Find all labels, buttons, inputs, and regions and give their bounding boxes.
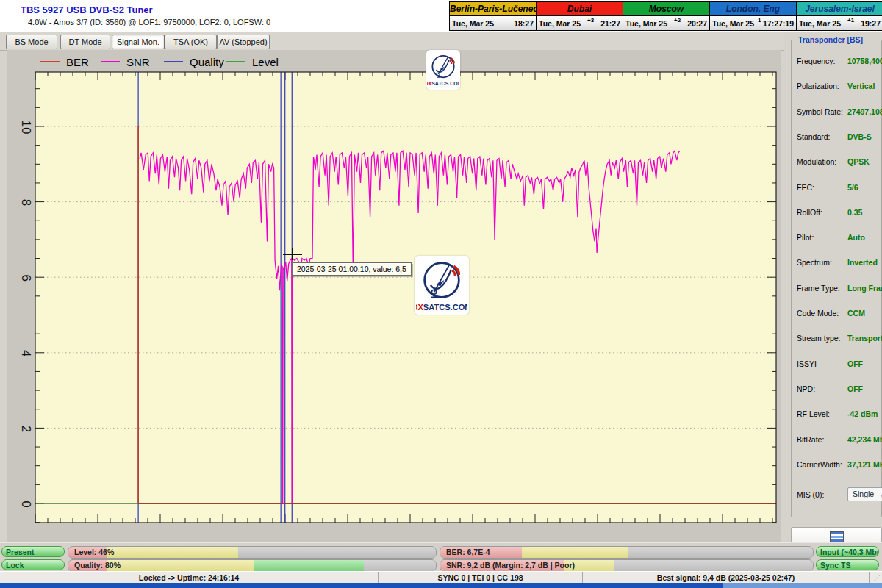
- svg-text:10: 10: [19, 121, 33, 135]
- tuner-subtitle: 4.0W - Amos 3/7 (ID: 3560) @ LOF1: 97500…: [28, 18, 270, 26]
- taskbar-strip: [0, 583, 882, 588]
- field-value: Auto: [847, 233, 865, 242]
- clock-3: London, EngTue, Mar 25-117:27:19: [709, 1, 797, 31]
- field-label: Standard:: [797, 132, 831, 141]
- bar-label: Level: 46%: [74, 547, 114, 558]
- clock-city-label: Dubai: [537, 2, 623, 16]
- tab-signal-mon-[interactable]: Signal Mon.: [112, 35, 165, 49]
- field-label: Pilot:: [797, 233, 814, 242]
- legend-item-snr: SNR: [101, 56, 150, 68]
- progress-bar-snr: SNR: 9,2 dB (Margin: 2,7 dB | Poor): [440, 559, 814, 572]
- field-value: 0.35: [847, 208, 862, 217]
- dxsatcs-watermark-small: DXSATCS.COM: [426, 50, 460, 90]
- clock-time: 20:27: [687, 19, 707, 28]
- clock-1: DubaiTue, Mar 25+321:27: [536, 1, 623, 31]
- status-box-input: Input (~40,3 Mbps): [816, 546, 879, 557]
- field-label: RF Level:: [797, 409, 830, 418]
- transponder-row-npd: NPD:OFF: [792, 384, 881, 395]
- clock-utc-offset: -1: [754, 17, 763, 24]
- bar-label: Quality: 80%: [74, 560, 121, 571]
- field-label: Frame Type:: [797, 284, 840, 293]
- field-label: Stream type:: [797, 334, 841, 343]
- progress-bar-level: Level: 46%: [68, 546, 437, 559]
- svg-text:DXSATCS.COM: DXSATCS.COM: [427, 81, 459, 86]
- field-label: Polarization:: [797, 82, 839, 90]
- tab-strip: BS ModeDT ModeSignal Mon.TSA (OK)AV (Sto…: [0, 32, 784, 51]
- svg-text:0: 0: [19, 501, 33, 507]
- bar-label: SNR: 9,2 dB (Margin: 2,7 dB | Poor): [446, 560, 575, 571]
- transponder-row-codemode: Code Mode:CCM: [792, 309, 881, 319]
- legend-label: Quality: [190, 56, 224, 68]
- clock-4: Jerusalem-IsraelTue, Mar 25+119:27: [796, 1, 882, 31]
- legend-swatch-snr: [101, 61, 120, 62]
- crosshair-cursor: [292, 248, 293, 260]
- field-value: CCM: [847, 309, 865, 318]
- transponder-row-frametype: Frame Type:Long Frame: [792, 284, 881, 294]
- status-box-sync-ts: Sync TS: [816, 559, 879, 570]
- status-box-present: Present: [1, 546, 65, 557]
- transponder-row-streamtype: Stream type:Transport: [792, 334, 881, 344]
- bar-segment-gray: [238, 547, 436, 558]
- legend-item-level: Level: [226, 56, 279, 68]
- transponder-row-symbolrate: Symbol Rate:27497,108 KS/s: [792, 107, 881, 118]
- mis-label: MIS (0):: [797, 490, 824, 499]
- bar-segment-green: [254, 560, 364, 571]
- tab-tsa-ok-[interactable]: TSA (OK): [165, 35, 217, 49]
- field-label: Modulation:: [797, 157, 836, 166]
- clock-time-row: Tue, Mar 25+119:27: [797, 16, 882, 30]
- legend-item-ber: BER: [40, 56, 89, 68]
- clock-city-label: Moscow: [623, 2, 709, 16]
- statusbar-section-1: SYNC 0 | TEI 0 | CC 198: [379, 572, 583, 584]
- record-icon: [830, 531, 844, 542]
- clock-city-label: Berlin-Paris-Lučenec: [450, 2, 536, 16]
- clock-time-row: Tue, Mar 25-117:27:19: [710, 16, 796, 30]
- clock-time-row: Tue, Mar 25+220:27: [623, 16, 709, 30]
- field-value: 27497,108 KS/s: [847, 107, 882, 116]
- legend-swatch-level: [226, 61, 245, 62]
- svg-text:8: 8: [19, 199, 33, 206]
- clock-0: Berlin-Paris-LučenecTue, Mar 2518:27: [449, 1, 537, 31]
- resize-grip: ⋰: [870, 572, 882, 584]
- window-header: TBS 5927 USB DVB-S2 Tuner 4.0W - Amos 3/…: [0, 0, 882, 32]
- app-title: TBS 5927 USB DVB-S2 Tuner: [21, 4, 153, 15]
- svg-text:4: 4: [19, 350, 33, 356]
- mis-dropdown[interactable]: Single∨: [847, 487, 882, 501]
- transponder-row-modulation: Modulation:QPSK: [792, 157, 881, 168]
- tab-dt-mode[interactable]: DT Mode: [60, 35, 110, 49]
- clock-time: 19:27: [861, 19, 881, 28]
- legend-swatch-quality: [164, 61, 183, 62]
- bar-segment-yellow: [522, 547, 628, 558]
- legend-swatch-ber: [40, 61, 60, 62]
- status-bar: Locked -> Uptime: 24:16:14SYNC 0 | TEI 0…: [0, 571, 882, 584]
- field-label: RollOff:: [797, 208, 822, 217]
- clock-2: MoscowTue, Mar 25+220:27: [623, 1, 710, 31]
- clock-date: Tue, Mar 25: [625, 19, 667, 28]
- field-value: -42 dBm: [847, 409, 878, 418]
- app-window: TBS 5927 USB DVB-S2 Tuner 4.0W - Amos 3/…: [0, 0, 882, 588]
- clock-time: 21:27: [600, 19, 620, 28]
- field-value: Inverted: [847, 258, 878, 267]
- progress-bar-ber: BER: 6,7E-4: [440, 546, 814, 559]
- chart-canvas[interactable]: 0246810: [7, 50, 781, 542]
- transponder-row-rolloff: RollOff:0.35: [792, 208, 881, 218]
- bar-label: BER: 6,7E-4: [446, 547, 490, 558]
- progress-bar-quality: Quality: 80%: [68, 559, 437, 572]
- taskbar-strip-light: [723, 583, 882, 588]
- clock-date: Tue, Mar 25: [712, 19, 754, 28]
- tab-av-stopped-[interactable]: AV (Stopped): [217, 35, 270, 49]
- legend-label: SNR: [126, 56, 150, 68]
- transponder-row-frequency: Frequency:10758,400 MHz: [792, 57, 881, 67]
- field-label: Code Mode:: [797, 309, 839, 318]
- signal-chart[interactable]: 0246810 DXSATCS.COM DXSATCS.COM 2025-03-…: [7, 50, 781, 542]
- field-value: OFF: [847, 384, 863, 393]
- clock-city-label: London, Eng: [710, 2, 796, 16]
- mis-row: MIS (0):Single∨: [792, 490, 881, 501]
- field-value: 42,234 Mbit/s: [847, 435, 882, 444]
- field-label: Symbol Rate:: [797, 107, 843, 116]
- bar-segment-gray: [614, 560, 813, 571]
- bar-segment-yellow: [107, 560, 254, 571]
- bar-segment-yellow: [107, 547, 238, 558]
- field-label: NPD:: [797, 384, 815, 393]
- transponder-panel: Transponder [BS] Frequency:10758,400 MHz…: [781, 32, 882, 542]
- tab-bs-mode[interactable]: BS Mode: [6, 35, 57, 49]
